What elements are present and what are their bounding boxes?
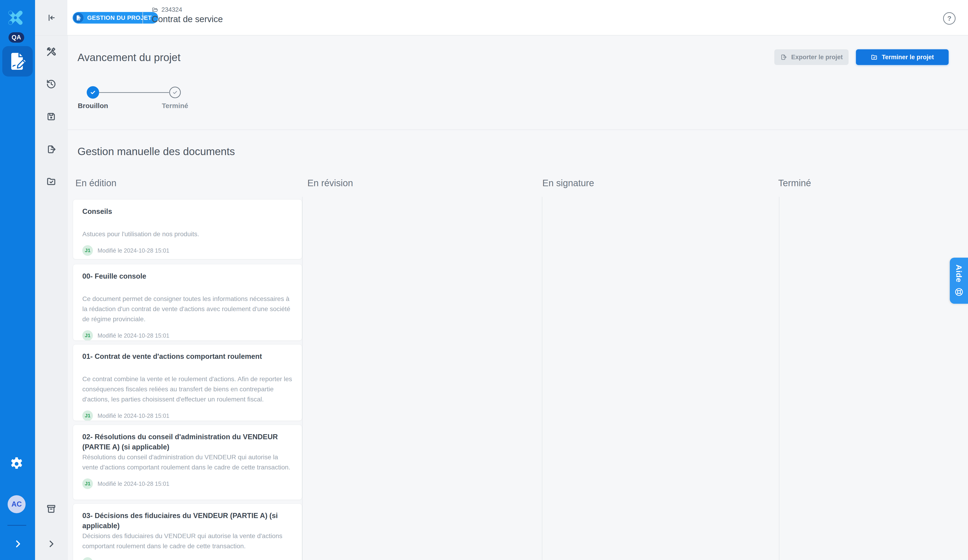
save-icon: [46, 112, 56, 122]
card-description: Résolutions du conseil d'administration …: [82, 452, 293, 472]
card-footer: J1 Modifié le 2024-10-28 15:01: [82, 330, 293, 340]
breadcrumb-id: 234324: [161, 6, 182, 13]
card-title: 01- Contrat de vente d'actions comportan…: [82, 352, 293, 372]
card-description: Ce document permet de consigner toutes l…: [82, 294, 293, 324]
collapse-panel-button[interactable]: [35, 0, 67, 35]
modified-timestamp: Modifié le 2024-10-28 15:01: [98, 413, 169, 419]
avatar: J1: [82, 330, 93, 340]
secondary-sidebar: [35, 0, 68, 560]
step-termine-circle: [169, 87, 181, 98]
collapse-left-icon: [46, 13, 56, 22]
card-description: Décisions des fiduciaires du VENDEUR qui…: [82, 531, 293, 551]
folder-open-icon: [152, 7, 158, 13]
card-footer: J1 Modifié le 2024-10-28 15:01: [82, 245, 293, 256]
primary-sidebar: QA AC: [0, 0, 35, 560]
document-card[interactable]: 01- Contrat de vente d'actions comportan…: [73, 344, 302, 421]
app-logo-x-icon[interactable]: [7, 9, 24, 26]
lifebuoy-icon: [954, 287, 964, 297]
help-tab[interactable]: Aide: [950, 258, 968, 304]
card-footer: J1 Modifié le 2024-10-28 15:01: [82, 478, 293, 489]
card-title: 02- Résolutions du conseil d'administrat…: [82, 432, 293, 452]
avatar: J1: [82, 245, 93, 256]
document-card[interactable]: 00- Feuille console Ce document permet d…: [73, 264, 302, 340]
column-header-termine: Terminé: [778, 178, 811, 188]
avatar: J1: [82, 410, 93, 421]
app-window: QA AC: [0, 0, 968, 560]
card-title: 03- Décisions des fiduciaires du VENDEUR…: [82, 511, 293, 531]
modified-timestamp: Modifié le 2024-10-28 15:01: [98, 481, 169, 487]
card-description: Ce contrat combine la vente et le roulem…: [82, 374, 293, 405]
column-header-en-edition: En édition: [75, 178, 116, 188]
environment-badge: QA: [8, 32, 24, 43]
project-management-badge: GESTION DU PROJET: [73, 12, 158, 23]
save-menu-item[interactable]: [46, 112, 56, 122]
document-card[interactable]: 03- Décisions des fiduciaires du VENDEUR…: [73, 504, 302, 560]
export-project-label: Exporter le projet: [791, 54, 843, 61]
modified-timestamp: Modifié le 2024-10-28 15:01: [98, 332, 169, 339]
gear-icon[interactable]: [8, 456, 25, 472]
folder-check-menu-item[interactable]: [46, 176, 56, 187]
breadcrumb[interactable]: 234324: [152, 6, 182, 13]
badge-label: GESTION DU PROJET: [87, 14, 152, 21]
column-divider: [542, 197, 542, 560]
column-header-en-revision: En révision: [307, 178, 353, 188]
documents-section-title: Gestion manuelle des documents: [78, 145, 235, 158]
section-divider: [67, 129, 968, 130]
chevron-right-icon[interactable]: [12, 539, 23, 549]
tools-icon: [46, 47, 56, 57]
help-tab-label: Aide: [955, 264, 963, 282]
page-header: GESTION DU PROJET 234324 Contrat de serv…: [67, 0, 968, 35]
chevron-right-icon: [46, 539, 56, 549]
archive-icon: [46, 504, 56, 514]
avatar: J1: [82, 478, 93, 489]
document-edit-icon: [73, 13, 83, 23]
help-icon[interactable]: ?: [943, 12, 956, 25]
modified-timestamp: Modifié le 2024-10-28 15:01: [98, 559, 169, 560]
sidebar-item-projects-active[interactable]: [2, 46, 33, 76]
folder-check-icon: [46, 176, 56, 187]
card-title: 00- Feuille console: [82, 271, 293, 292]
export-menu-item[interactable]: [46, 144, 56, 154]
archive-menu-item[interactable]: [46, 504, 56, 514]
card-footer: J1 Modifié le 2024-10-28 15:01: [82, 410, 293, 421]
export-project-button[interactable]: Exporter le projet: [774, 49, 849, 65]
card-title: Conseils: [82, 206, 293, 227]
column-divider: [302, 197, 303, 560]
user-avatar[interactable]: AC: [8, 495, 26, 513]
tools-menu-item[interactable]: [46, 47, 56, 57]
column-divider: [779, 197, 779, 560]
history-menu-item[interactable]: [46, 79, 56, 89]
card-description: Astuces pour l'utilisation de nos produi…: [82, 229, 293, 239]
sidebar-divider: [7, 525, 26, 526]
step-brouillon-circle: [87, 86, 99, 99]
check-icon: [172, 89, 178, 96]
file-export-icon: [46, 144, 56, 154]
document-edit-icon: [7, 51, 28, 72]
file-export-icon: [780, 54, 787, 61]
header-separator: [143, 12, 143, 23]
history-icon: [46, 79, 56, 89]
modified-timestamp: Modifié le 2024-10-28 15:01: [98, 247, 169, 254]
check-icon: [90, 89, 96, 96]
stepper-connector: [99, 92, 169, 93]
expand-panel-button[interactable]: [46, 539, 56, 549]
document-card[interactable]: Conseils Astuces pour l'utilisation de n…: [73, 199, 302, 259]
finish-project-label: Terminer le projet: [882, 54, 934, 61]
column-header-en-signature: En signature: [542, 178, 594, 188]
finish-project-button[interactable]: Terminer le projet: [856, 49, 949, 65]
step-label-brouillon: Brouillon: [65, 102, 121, 110]
progress-section-title: Avancement du projet: [78, 51, 181, 64]
document-card[interactable]: 02- Résolutions du conseil d'administrat…: [73, 425, 302, 500]
step-label-termine: Terminé: [148, 102, 203, 110]
avatar: J1: [82, 557, 93, 560]
folder-check-icon: [871, 54, 878, 61]
card-footer: J1 Modifié le 2024-10-28 15:01: [82, 557, 293, 560]
page-title: Contrat de service: [152, 14, 223, 24]
